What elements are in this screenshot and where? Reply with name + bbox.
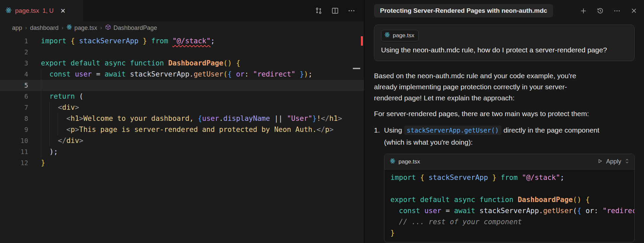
play-icon bbox=[597, 158, 603, 165]
user-question-text: Using the neon-auth.mdc rule, how do I p… bbox=[381, 46, 628, 54]
react-icon bbox=[66, 24, 72, 32]
symbol-method-icon bbox=[105, 24, 111, 32]
code-line: } bbox=[390, 228, 634, 239]
more-icon[interactable] bbox=[613, 7, 621, 14]
response-text-line: Based on the neon-auth.mdc rule and your… bbox=[374, 70, 635, 81]
list-body: Using stackServerApp.getUser() directly … bbox=[384, 124, 599, 148]
code-block-body: import { stackServerApp } from "@/stack"… bbox=[384, 169, 634, 242]
code-line: 8 <h1>Welcome to your dashboard, {user.d… bbox=[0, 113, 364, 124]
chat-pane: Protecting Server-Rendered Pages with ne… bbox=[364, 0, 644, 243]
breadcrumb-dashboard[interactable]: dashboard bbox=[30, 25, 58, 32]
line-number: 11 bbox=[0, 146, 28, 157]
open-changes-icon[interactable] bbox=[315, 7, 322, 14]
code-block-filename: page.tsx bbox=[398, 158, 420, 165]
app-window: page.tsx 1, U ✕ app › dashboard › bbox=[0, 0, 644, 243]
editor-pane: page.tsx 1, U ✕ app › dashboard › bbox=[0, 0, 364, 243]
line-number: 9 bbox=[0, 124, 28, 135]
chat-body: page.tsx Using the neon-auth.mdc rule, h… bbox=[365, 21, 644, 242]
line-number: 8 bbox=[0, 113, 28, 124]
line-number: 3 bbox=[0, 58, 28, 69]
assistant-response: Based on the neon-auth.mdc rule and your… bbox=[374, 70, 635, 242]
code-line: 4 const user = await stackServerApp.getU… bbox=[0, 69, 364, 80]
code-line: export default async function DashboardP… bbox=[390, 194, 634, 205]
code-line: 1import { stackServerApp } from "@/stack… bbox=[0, 36, 364, 47]
new-chat-icon[interactable] bbox=[580, 7, 587, 14]
split-editor-icon[interactable] bbox=[331, 7, 339, 14]
tab-filename: page.tsx bbox=[15, 7, 39, 14]
apply-button[interactable]: Apply bbox=[597, 158, 630, 165]
code-line: 6 return ( bbox=[0, 91, 364, 102]
code-line: 9 <p>This page is server-rendered and pr… bbox=[0, 124, 364, 135]
line-number: 6 bbox=[0, 91, 28, 102]
breadcrumb-page-tsx[interactable]: page.tsx bbox=[66, 24, 97, 32]
list-line1: Using stackServerApp.getUser() directly … bbox=[384, 124, 599, 136]
line-number: 5 bbox=[0, 80, 28, 91]
breadcrumb-separator: › bbox=[25, 25, 27, 31]
chat-code-block: page.tsx Apply import { stackServerApp }… bbox=[384, 154, 635, 242]
chip-filename: page.tsx bbox=[393, 32, 414, 39]
code-line: 3export default async function Dashboard… bbox=[0, 58, 364, 69]
line-number: 10 bbox=[0, 135, 28, 146]
inline-code: stackServerApp.getUser() bbox=[404, 126, 502, 135]
breadcrumb: app › dashboard › page.tsx › DashboardPa… bbox=[0, 21, 364, 34]
code-editor[interactable]: 1import { stackServerApp } from "@/stack… bbox=[0, 34, 364, 168]
react-icon bbox=[390, 158, 395, 165]
response-text-line: already implementing page protection cor… bbox=[374, 81, 635, 92]
editor-toolbar bbox=[315, 0, 364, 21]
code-block-header: page.tsx Apply bbox=[384, 154, 634, 169]
code-line bbox=[390, 183, 634, 194]
react-icon bbox=[384, 32, 390, 39]
numbered-list-item: 1. Using stackServerApp.getUser() direct… bbox=[374, 124, 635, 148]
chat-header-icons bbox=[580, 7, 637, 14]
code-line: 12} bbox=[0, 157, 364, 168]
line-number: 4 bbox=[0, 69, 28, 80]
code-line: 11 ); bbox=[0, 146, 364, 157]
breadcrumb-separator: › bbox=[100, 25, 102, 31]
breadcrumb-dashboardpage-symbol[interactable]: DashboardPage bbox=[105, 24, 157, 32]
attached-file-chip[interactable]: page.tsx bbox=[381, 30, 419, 41]
code-line: 7 <div> bbox=[0, 102, 364, 113]
line-number: 2 bbox=[0, 47, 28, 58]
code-line: 2 bbox=[0, 47, 364, 58]
chat-title-tab[interactable]: Protecting Server-Rendered Pages with ne… bbox=[374, 4, 553, 17]
line-number: 7 bbox=[0, 102, 28, 113]
response-text-line: rendered page! Let me explain the approa… bbox=[374, 92, 635, 103]
more-actions-icon[interactable] bbox=[348, 7, 355, 14]
line-number: 12 bbox=[0, 157, 28, 168]
overview-ruler-error-marker bbox=[361, 36, 363, 46]
response-paragraph: For server-rendered pages, there are two… bbox=[374, 108, 635, 119]
code-line: import { stackServerApp } from "@/stack"… bbox=[390, 172, 634, 183]
code-line: const user = await stackServerApp.getUse… bbox=[390, 205, 634, 216]
close-icon[interactable] bbox=[630, 7, 637, 14]
user-message-card: page.tsx Using the neon-auth.mdc rule, h… bbox=[374, 25, 635, 61]
react-icon bbox=[5, 7, 12, 15]
code-line: 5 bbox=[0, 80, 364, 91]
code-line: // ... rest of your component bbox=[390, 216, 634, 228]
overview-ruler-cursor-marker bbox=[353, 68, 360, 69]
tab-decorations: 1, U bbox=[43, 7, 54, 14]
close-tab-icon[interactable]: ✕ bbox=[60, 8, 66, 14]
breadcrumb-app[interactable]: app bbox=[12, 25, 22, 32]
breadcrumb-separator: › bbox=[61, 25, 63, 31]
expand-icon[interactable] bbox=[625, 158, 630, 165]
tabbar-spacer bbox=[83, 0, 315, 21]
history-icon[interactable] bbox=[597, 7, 604, 14]
tab-page-tsx[interactable]: page.tsx 1, U ✕ bbox=[0, 0, 83, 21]
response-paragraph: Based on the neon-auth.mdc rule and your… bbox=[374, 70, 635, 103]
tab-bar: page.tsx 1, U ✕ bbox=[0, 0, 364, 21]
list-line2: (which is what you're doing): bbox=[384, 136, 599, 148]
list-number: 1. bbox=[374, 124, 384, 148]
chat-header: Protecting Server-Rendered Pages with ne… bbox=[365, 0, 644, 21]
line-number: 1 bbox=[0, 36, 28, 47]
code-line: 10 </div> bbox=[0, 135, 364, 146]
